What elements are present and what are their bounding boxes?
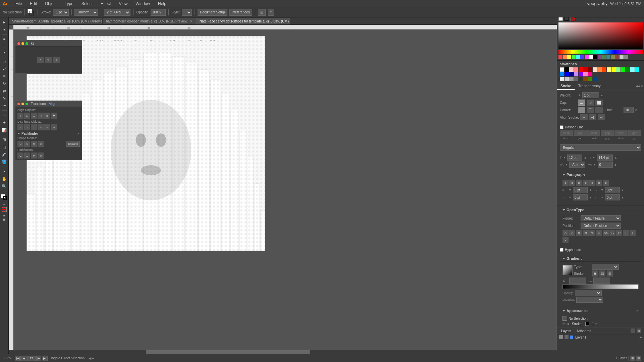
- shape-minus[interactable]: ⊖: [24, 141, 30, 147]
- leading-down-arrow[interactable]: ▼: [592, 156, 595, 159]
- sw-22[interactable]: [588, 72, 592, 76]
- tool-paint-bucket[interactable]: 🪣: [1, 159, 8, 165]
- menu-window[interactable]: Window: [134, 1, 151, 7]
- fill-stroke-swap[interactable]: ⇄: [3, 203, 5, 206]
- menu-view[interactable]: View: [118, 1, 129, 7]
- dashed-line-checkbox[interactable]: [560, 125, 564, 129]
- brush-2[interactable]: ✏: [45, 57, 52, 63]
- align-vcenter[interactable]: ⊟: [24, 113, 30, 119]
- sw-7[interactable]: [597, 67, 602, 72]
- gradient-location-select[interactable]: [576, 297, 603, 303]
- limit-x-btn[interactable]: ✕: [635, 108, 638, 112]
- para-align-center[interactable]: ≡: [569, 180, 575, 186]
- dash-2[interactable]: [587, 130, 600, 136]
- para-align-justify-left[interactable]: ≡: [589, 180, 595, 186]
- sw-9[interactable]: [607, 67, 611, 72]
- sw-4[interactable]: [583, 67, 588, 72]
- tool-eyedropper[interactable]: 💉: [1, 151, 8, 158]
- appear-stroke-color[interactable]: [585, 322, 589, 326]
- corner-bevel[interactable]: ⌐: [595, 107, 603, 113]
- next-page-btn[interactable]: ▶: [36, 356, 41, 361]
- dist-left[interactable]: ←: [38, 124, 44, 130]
- para-align-justify-all[interactable]: ≡: [603, 180, 609, 186]
- ot-btn-8[interactable]: Tₐ: [609, 230, 615, 236]
- swatch-black[interactable]: [593, 55, 597, 59]
- style-select[interactable]: [182, 9, 192, 16]
- tab-2-close[interactable]: ✕: [190, 20, 193, 23]
- view-mode-2[interactable]: ⊟: [636, 356, 641, 361]
- position-select[interactable]: Default Position: [581, 223, 621, 229]
- tool-scissors[interactable]: ✂: [1, 168, 8, 175]
- opentype-toggle[interactable]: OpenType: [560, 207, 641, 213]
- bottom-stroke-swatch[interactable]: [3, 196, 7, 200]
- tracking-up[interactable]: ▲: [614, 163, 617, 166]
- tool-hand[interactable]: ✋: [1, 176, 8, 182]
- transparency-tab[interactable]: Transparency: [575, 82, 604, 90]
- appearance-menu[interactable]: ✕: [636, 309, 639, 312]
- layer-1-visibility[interactable]: [559, 335, 563, 339]
- sw-black[interactable]: [565, 67, 569, 72]
- menu-help[interactable]: Help: [157, 1, 168, 7]
- paragraph-toggle[interactable]: Paragraph: [560, 172, 641, 178]
- space-before-up[interactable]: ▲: [589, 196, 592, 199]
- limit-input[interactable]: [624, 107, 634, 113]
- sw-24[interactable]: [565, 77, 569, 81]
- layers-tab[interactable]: Layers: [560, 329, 573, 333]
- appear-stroke-arrow[interactable]: ▶: [568, 322, 570, 325]
- sw-5[interactable]: [588, 67, 592, 72]
- tool-mesh[interactable]: ⊞: [1, 136, 8, 143]
- ot-btn-4[interactable]: st: [583, 230, 589, 236]
- indent-left-input[interactable]: [573, 187, 588, 193]
- sw-16[interactable]: [560, 72, 564, 76]
- shape-exclude[interactable]: ⊕: [38, 141, 44, 147]
- space-before-input[interactable]: [573, 194, 588, 200]
- last-page-btn[interactable]: ▶|: [42, 356, 48, 361]
- para-align-right[interactable]: ≡: [576, 180, 582, 186]
- appearance-toggle[interactable]: Appearance ✕: [560, 308, 641, 314]
- gap-3[interactable]: [628, 130, 641, 136]
- sw-11[interactable]: [616, 67, 621, 72]
- sw-13[interactable]: [626, 67, 630, 72]
- ot-btn-7[interactable]: Aa: [603, 230, 609, 236]
- status-text[interactable]: Toggle Direct Selection: [50, 356, 85, 360]
- sw-21[interactable]: [583, 72, 588, 76]
- corner-miter[interactable]: ⌐: [578, 107, 585, 113]
- menu-select[interactable]: Select: [80, 1, 94, 7]
- expand-button[interactable]: Expand: [66, 141, 80, 147]
- angle-input[interactable]: [569, 278, 586, 284]
- preferences-button[interactable]: Preferences: [229, 9, 252, 16]
- status-right-arrow[interactable]: ▶: [92, 357, 94, 360]
- ot-btn-1[interactable]: A: [562, 230, 569, 236]
- gradient-stroke-btn-1[interactable]: ▣: [592, 270, 598, 277]
- brush-1[interactable]: ✒: [37, 57, 44, 63]
- arrange-button[interactable]: ▤: [258, 9, 266, 16]
- swatch-orange[interactable]: [563, 55, 567, 59]
- swatch-blue[interactable]: [580, 55, 584, 59]
- align-right[interactable]: ⊢: [51, 113, 57, 119]
- gap-2[interactable]: [601, 130, 614, 136]
- swatch-olive[interactable]: [611, 55, 615, 59]
- tool-gradient[interactable]: ◫: [1, 144, 8, 150]
- para-align-justify[interactable]: ≡: [583, 180, 589, 186]
- cap-square[interactable]: ⬜: [595, 100, 603, 106]
- to-input[interactable]: [593, 278, 610, 284]
- tool-rect[interactable]: ▭: [1, 58, 8, 65]
- pf-4[interactable]: ⊛: [38, 153, 44, 159]
- document-setup-button[interactable]: Document Setup: [198, 9, 227, 16]
- appear-stroke-eye[interactable]: 👁: [562, 322, 566, 325]
- transform-tab-label[interactable]: Transform: [31, 102, 46, 106]
- align-bottom[interactable]: ⊥: [31, 113, 37, 119]
- ot-btn-2[interactable]: A: [569, 230, 575, 236]
- dist-top[interactable]: ↑: [17, 124, 23, 130]
- figure-select[interactable]: Default Figure: [581, 215, 621, 221]
- tool-pencil[interactable]: ✏: [1, 73, 8, 79]
- ot-btn-6[interactable]: A: [596, 230, 602, 236]
- page-number-input[interactable]: [27, 356, 36, 361]
- brush-select[interactable]: 2 pt. Oval: [104, 9, 130, 16]
- ot-btn-10[interactable]: T: [623, 230, 629, 236]
- sw-8[interactable]: [602, 67, 606, 72]
- panel-expand-icon[interactable]: ◀◀: [636, 84, 640, 88]
- stroke-swatch[interactable]: [30, 11, 34, 15]
- sw-10[interactable]: [611, 67, 616, 72]
- gradient-preview[interactable]: [562, 265, 573, 275]
